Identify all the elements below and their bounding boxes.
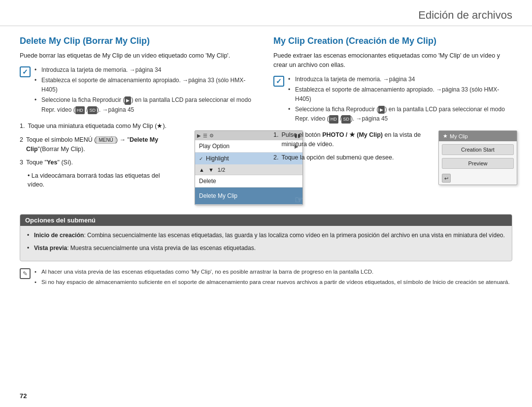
right-note-content: Introduzca la tarjeta de memoria. →págin… (288, 75, 512, 125)
submenu-options-box: Opciones del submenú Inicio de creación:… (20, 214, 512, 261)
myclip-panel-container: ★ My Clip Creation Start Preview ↩ (429, 130, 512, 185)
left-note-content: Introduzca la tarjeta de memoria. →págin… (34, 65, 259, 116)
left-note-item-1: Introduzca la tarjeta de memoria. →págin… (34, 65, 259, 75)
step-2-with-menu: 2 Toque el símbolo MENÚ (MENÚ) → "Delete… (20, 135, 259, 205)
right-note-item-3: Seleccione la ficha Reproducir (▶) en la… (288, 105, 512, 124)
myclip-footer: ↩ (439, 172, 517, 185)
right-note-item-1: Introduzca la tarjeta de memoria. →págin… (288, 75, 512, 84)
main-content: Delete My Clip (Borrar My Clip) Puede bo… (0, 26, 532, 214)
left-section-desc: Puede borrar las etiquetas de My Clip de… (20, 51, 259, 61)
back-button[interactable]: ↩ (442, 174, 451, 183)
page-number: 72 (20, 392, 27, 400)
creation-start-button[interactable]: Creation Start (442, 144, 514, 155)
preview-button[interactable]: Preview (442, 158, 514, 169)
myclip-star-icon: ★ (443, 133, 448, 139)
left-step-1: 1. Toque una miniatura etiquetada como M… (20, 122, 259, 131)
step-3-sub: • La videocámara borrará todas las etiqu… (28, 171, 170, 190)
left-note-box: ✓ Introduzca la tarjeta de memoria. →pág… (20, 65, 259, 116)
right-checkmark-icon: ✓ (273, 76, 284, 87)
bottom-note-item-2: Si no hay espacio de almacenamiento sufi… (34, 278, 510, 286)
right-column: My Clip Creation (Creación de My Clip) P… (273, 36, 512, 209)
pencil-icon: ✎ (20, 268, 31, 279)
checkmark-icon: ✓ (20, 66, 31, 77)
left-section-title: Delete My Clip (Borrar My Clip) (20, 36, 259, 46)
left-column: Delete My Clip (Borrar My Clip) Puede bo… (20, 36, 259, 209)
myclip-panel-header: ★ My Clip (439, 131, 517, 141)
submenu-title: Opciones del submenú (20, 215, 512, 226)
myclip-header-label: My Clip (450, 133, 468, 139)
submenu-item-1: Inicio de creación: Combina secuencialme… (27, 231, 505, 240)
bottom-note-item-1: Al hacer una vista previa de las escenas… (34, 267, 510, 276)
right-step-2: 2. Toque la opción del submenú que desee… (273, 153, 424, 162)
menu-mockup-container: ▶ ☰ ⚙ ▮▮ Play Option ▶ ✓ Highlight (175, 135, 259, 205)
left-note-item-3: Seleccione la ficha Reproducir (▶) en la… (34, 95, 259, 114)
right-section-desc: Puede extraer las escenas emocionantes e… (273, 51, 512, 70)
page-header: Edición de archivos (0, 0, 532, 26)
right-steps-with-panel: 1. Pulse el botón PHOTO / ★ (My Clip) en… (273, 130, 512, 185)
submenu-item-2: Vista previa: Muestra secuencialmente un… (27, 244, 505, 253)
right-note-item-2: Establezca el soporte de almacenamiento … (288, 85, 512, 104)
bottom-note-content: Al hacer una vista previa de las escenas… (34, 267, 510, 288)
left-step-2: 2 Toque el símbolo MENÚ (MENÚ) → "Delete… (20, 135, 170, 154)
step-2-text-area: 2 Toque el símbolo MENÚ (MENÚ) → "Delete… (20, 135, 170, 205)
hand-cursor-icon: ☞ (295, 194, 303, 205)
bottom-note: ✎ Al hacer una vista previa de las escen… (20, 267, 512, 288)
right-note-box: ✓ Introduzca la tarjeta de memoria. →pág… (273, 75, 512, 125)
right-steps-text: 1. Pulse el botón PHOTO / ★ (My Clip) en… (273, 130, 424, 185)
left-steps: 1. Toque una miniatura etiquetada como M… (20, 122, 259, 131)
left-note-item-2: Establezca el soporte de almacenamiento … (34, 76, 259, 94)
submenu-content: Inicio de creación: Combina secuencialme… (27, 231, 505, 252)
myclip-panel: ★ My Clip Creation Start Preview ↩ (438, 130, 517, 185)
right-section-title: My Clip Creation (Creación de My Clip) (273, 36, 512, 46)
page-title: Edición de archivos (20, 9, 512, 22)
left-step-3: 3 Toque "Yes" (Sí). (20, 158, 170, 167)
right-step-1: 1. Pulse el botón PHOTO / ★ (My Clip) en… (273, 130, 424, 149)
